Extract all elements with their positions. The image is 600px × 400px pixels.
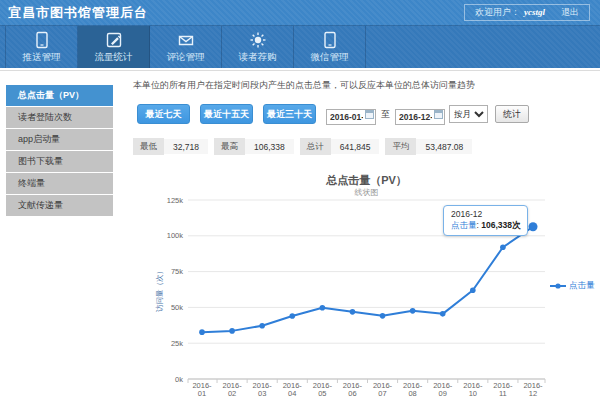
quick-range-buttons: 最近七天最近十五天最近三十天 bbox=[137, 104, 326, 124]
nav-tab-3[interactable]: 读者荐购 bbox=[222, 26, 294, 68]
nav-tab-label: 推送管理 bbox=[23, 51, 61, 64]
sidebar-item-0[interactable]: 总点击量（PV） bbox=[6, 85, 113, 106]
granularity-select[interactable]: 按月 bbox=[449, 105, 488, 123]
line-chart: 0k25k50k75k100k125k访问量（次）2016-012016-022… bbox=[150, 195, 600, 400]
svg-text:125k: 125k bbox=[167, 196, 184, 205]
nav-tab-label: 评论管理 bbox=[167, 51, 205, 64]
chart-title: 总点击量（PV） bbox=[188, 173, 545, 188]
quick-range-button-0[interactable]: 最近七天 bbox=[137, 104, 190, 124]
stat-value: 53,487.08 bbox=[416, 139, 472, 154]
svg-text:2016-01: 2016-01 bbox=[192, 381, 212, 398]
page-title: 宜昌市图书馆管理后台 bbox=[8, 0, 148, 25]
sidebar-item-2[interactable]: app启动量 bbox=[6, 129, 113, 150]
topbar: 宜昌市图书馆管理后台 欢迎用户： ycstgl 退出 bbox=[0, 0, 600, 25]
svg-text:100k: 100k bbox=[167, 231, 184, 240]
tablet-icon bbox=[32, 30, 52, 50]
nav-tab-label: 读者荐购 bbox=[239, 51, 277, 64]
nav-tab-1[interactable]: 流量统计 bbox=[78, 26, 150, 68]
stat-value: 32,718 bbox=[164, 139, 208, 154]
tablet-icon bbox=[320, 30, 340, 50]
stat-value: 106,338 bbox=[245, 139, 294, 154]
filter-controls: 最近七天最近十五天最近三十天 至 按月 统计 bbox=[137, 104, 529, 124]
svg-text:2016-04: 2016-04 bbox=[283, 381, 303, 398]
sidebar: 总点击量（PV）读者登陆次数app启动量图书下载量终端量文献传递量 bbox=[6, 85, 113, 216]
date-range-to-label: 至 bbox=[381, 108, 390, 121]
stat-label: 最低 bbox=[133, 138, 164, 155]
legend-item[interactable]: 点击量 bbox=[550, 280, 595, 292]
calendar-icon[interactable] bbox=[434, 110, 443, 119]
svg-text:2016-07: 2016-07 bbox=[373, 381, 393, 398]
calendar-icon[interactable] bbox=[365, 110, 374, 119]
svg-text:2016-11: 2016-11 bbox=[493, 381, 513, 398]
main-nav: 推送管理流量统计评论管理读者荐购微信管理 bbox=[0, 25, 600, 68]
section-description: 本单位的所有用户在指定时间段内产生的点击总量，可以反应本单位的总体访问量趋势 bbox=[133, 79, 595, 92]
nav-tab-0[interactable]: 推送管理 bbox=[5, 26, 78, 68]
user-welcome: 欢迎用户： ycstgl 退出 bbox=[464, 4, 590, 21]
mail-icon bbox=[176, 30, 196, 50]
svg-text:2016-12: 2016-12 bbox=[523, 381, 543, 398]
username: ycstgl bbox=[524, 5, 545, 20]
svg-text:2016-03: 2016-03 bbox=[253, 381, 273, 398]
edit-icon bbox=[104, 30, 124, 50]
stat-label: 总计 bbox=[300, 138, 331, 155]
nav-tab-label: 流量统计 bbox=[95, 51, 133, 64]
nav-tab-2[interactable]: 评论管理 bbox=[150, 26, 222, 68]
sidebar-item-3[interactable]: 图书下载量 bbox=[6, 151, 113, 172]
stat-value: 641,845 bbox=[331, 139, 380, 154]
sun-icon bbox=[248, 30, 268, 50]
tooltip-row: 点击量: 106,338次 bbox=[451, 220, 520, 232]
tooltip-value: 106,338 bbox=[481, 220, 512, 230]
tooltip-series: 点击量 bbox=[451, 220, 477, 230]
svg-text:2016-02: 2016-02 bbox=[222, 381, 242, 398]
sidebar-item-4[interactable]: 终端量 bbox=[6, 173, 113, 194]
date-from-box bbox=[326, 106, 376, 122]
svg-text:2016-06: 2016-06 bbox=[343, 381, 363, 398]
quick-range-button-2[interactable]: 最近三十天 bbox=[263, 104, 316, 124]
tooltip-suffix: 次 bbox=[512, 220, 521, 230]
legend-label: 点击量 bbox=[569, 280, 595, 292]
sidebar-item-1[interactable]: 读者登陆次数 bbox=[6, 107, 113, 128]
svg-text:2016-09: 2016-09 bbox=[433, 381, 453, 398]
svg-text:2016-10: 2016-10 bbox=[463, 381, 483, 398]
nav-tab-4[interactable]: 微信管理 bbox=[294, 26, 366, 68]
stat-label: 最高 bbox=[214, 138, 245, 155]
svg-text:50k: 50k bbox=[171, 303, 183, 312]
svg-text:75k: 75k bbox=[171, 267, 183, 276]
sidebar-item-5[interactable]: 文献传递量 bbox=[6, 195, 113, 216]
date-to-box bbox=[395, 106, 445, 122]
svg-text:25k: 25k bbox=[171, 339, 183, 348]
app-window: 宜昌市图书馆管理后台 欢迎用户： ycstgl 退出 推送管理流量统计评论管理读… bbox=[0, 0, 600, 400]
svg-text:0k: 0k bbox=[175, 375, 183, 384]
quick-range-button-1[interactable]: 最近十五天 bbox=[200, 104, 253, 124]
divider bbox=[0, 70, 600, 71]
nav-tab-label: 微信管理 bbox=[311, 51, 349, 64]
svg-text:2016-08: 2016-08 bbox=[403, 381, 423, 398]
chart-tooltip: 2016-12 点击量: 106,338次 bbox=[443, 205, 528, 236]
legend-marker-icon bbox=[550, 282, 566, 290]
svg-text:访问量（次）: 访问量（次） bbox=[155, 267, 164, 312]
svg-text:2016-05: 2016-05 bbox=[313, 381, 333, 398]
tooltip-title: 2016-12 bbox=[451, 209, 520, 219]
welcome-label: 欢迎用户： bbox=[475, 5, 520, 20]
stat-label: 平均 bbox=[385, 138, 416, 155]
statistics-button[interactable]: 统计 bbox=[495, 105, 529, 123]
summary-stats: 最低32,718最高106,338总计641,845平均53,487.08 bbox=[133, 138, 478, 155]
chart: 总点击量（PV） 线状图 0k25k50k75k100k125k访问量（次）20… bbox=[150, 170, 600, 400]
logout-link[interactable]: 退出 bbox=[561, 5, 579, 20]
